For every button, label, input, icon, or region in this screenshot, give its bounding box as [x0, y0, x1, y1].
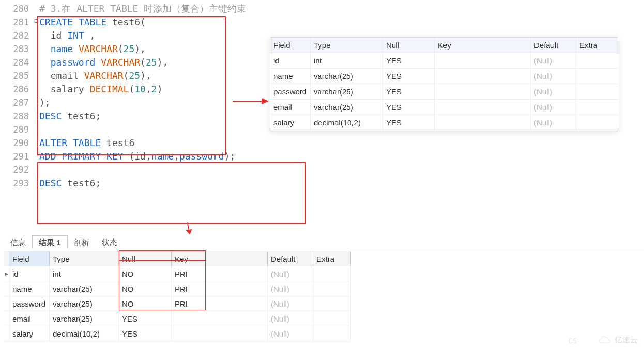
column-header-type[interactable]: Type	[50, 251, 119, 266]
column-header-key[interactable]: Key	[435, 38, 531, 53]
table-row[interactable]: emailvarchar(25)YES(Null)	[4, 311, 351, 326]
table-row[interactable]: emailvarchar(25)YES(Null)	[270, 100, 618, 115]
cell-key[interactable]: PRI	[172, 281, 268, 296]
cell-field[interactable]: salary	[9, 326, 50, 341]
cell-key[interactable]: PRI	[172, 266, 268, 281]
code-line[interactable]: 291 ADD PRIMARY KEY (id,name,password);	[0, 150, 644, 163]
code-line[interactable]: 292	[0, 163, 644, 177]
cell-type[interactable]: varchar(25)	[50, 296, 119, 311]
cell-type[interactable]: varchar(25)	[50, 281, 119, 296]
cell-default[interactable]: (Null)	[531, 84, 576, 99]
table-row[interactable]: salarydecimal(10,2)YES(Null)	[270, 115, 618, 131]
cell-field[interactable]: id	[270, 53, 311, 68]
column-header-default[interactable]: Default	[531, 38, 576, 53]
code-line[interactable]: 281⊟ CREATE TABLE test6(	[0, 15, 644, 29]
cell-null[interactable]: YES	[383, 69, 435, 84]
cell-field[interactable]: id	[9, 266, 50, 281]
cell-field[interactable]: name	[270, 69, 311, 84]
code-line[interactable]: 290 ALTER TABLE test6	[0, 136, 644, 150]
column-header-default[interactable]: Default	[268, 251, 313, 266]
cell-field[interactable]: password	[270, 84, 311, 99]
fold-icon[interactable]: ⊟	[34, 15, 39, 29]
column-header-type[interactable]: Type	[311, 38, 383, 53]
cell-key[interactable]	[435, 100, 531, 115]
table-row[interactable]: salarydecimal(10,2)YES(Null)	[4, 326, 351, 341]
code-line[interactable]: 293 DESC test6;	[0, 177, 644, 190]
cell-extra[interactable]	[313, 281, 351, 296]
cell-extra[interactable]	[313, 266, 351, 281]
cell-null[interactable]: NO	[119, 266, 172, 281]
code-comment: # 3.在 ALTER TABLE 时添加（复合）主键约束	[39, 2, 644, 15]
cell-type[interactable]: varchar(25)	[50, 311, 119, 326]
cell-default[interactable]: (Null)	[531, 69, 576, 84]
column-header-extra[interactable]: Extra	[313, 251, 351, 266]
cell-extra[interactable]	[576, 115, 618, 131]
cell-type[interactable]: varchar(25)	[311, 84, 383, 99]
cell-key[interactable]	[435, 84, 531, 99]
column-header-key[interactable]: Key	[172, 251, 268, 266]
cell-default[interactable]: (Null)	[268, 281, 313, 296]
line-number: 285	[0, 69, 34, 83]
cell-key[interactable]	[172, 311, 268, 326]
cell-type[interactable]: decimal(10,2)	[50, 326, 119, 341]
cell-type[interactable]: decimal(10,2)	[311, 115, 383, 131]
cell-extra[interactable]	[576, 69, 618, 84]
table-row[interactable]: namevarchar(25)NOPRI(Null)	[4, 281, 351, 296]
cell-default[interactable]: (Null)	[268, 266, 313, 281]
cell-null[interactable]: YES	[119, 326, 172, 341]
tab-result1[interactable]: 结果 1	[32, 235, 68, 249]
cell-default[interactable]: (Null)	[531, 53, 576, 68]
column-header-null[interactable]: Null	[383, 38, 435, 53]
cell-default[interactable]: (Null)	[268, 326, 313, 341]
cell-default[interactable]: (Null)	[531, 115, 576, 131]
cell-type[interactable]: varchar(25)	[311, 69, 383, 84]
cell-type[interactable]: int	[50, 266, 119, 281]
cell-field[interactable]: salary	[270, 115, 311, 131]
cell-extra[interactable]	[313, 326, 351, 341]
code-line[interactable]: 280 # 3.在 ALTER TABLE 时添加（复合）主键约束	[0, 2, 644, 15]
cell-key[interactable]	[435, 69, 531, 84]
cell-extra[interactable]	[313, 311, 351, 326]
cell-null[interactable]: NO	[119, 296, 172, 311]
tab-profile[interactable]: 剖析	[68, 236, 96, 249]
cell-null[interactable]: YES	[383, 115, 435, 131]
table-row[interactable]: passwordvarchar(25)NOPRI(Null)	[4, 296, 351, 311]
column-header-null[interactable]: Null	[119, 251, 172, 266]
cell-extra[interactable]	[576, 100, 618, 115]
cell-default[interactable]: (Null)	[268, 311, 313, 326]
cell-default[interactable]: (Null)	[268, 296, 313, 311]
cell-default[interactable]: (Null)	[531, 100, 576, 115]
column-header-field[interactable]: Field	[9, 251, 50, 266]
cell-extra[interactable]	[576, 84, 618, 99]
row-marker: ▸	[4, 266, 9, 281]
line-number: 288	[0, 109, 34, 123]
tab-status[interactable]: 状态	[96, 236, 124, 249]
cell-null[interactable]: NO	[119, 281, 172, 296]
cell-null[interactable]: YES	[383, 84, 435, 99]
table-row[interactable]: passwordvarchar(25)YES(Null)	[270, 84, 618, 100]
table-row[interactable]: namevarchar(25)YES(Null)	[270, 69, 618, 84]
tab-info[interactable]: 信息	[4, 236, 32, 249]
cell-key[interactable]	[435, 53, 531, 68]
cell-extra[interactable]	[313, 296, 351, 311]
table-row[interactable]: ▸idintNOPRI(Null)	[4, 266, 351, 281]
cell-field[interactable]: email	[270, 100, 311, 115]
cell-key[interactable]	[172, 326, 268, 341]
cell-field[interactable]: email	[9, 311, 50, 326]
column-header-extra[interactable]: Extra	[576, 38, 618, 53]
cell-extra[interactable]	[576, 53, 618, 68]
desc-result-table-after: Field Type Null Key Default Extra ▸idint…	[4, 251, 351, 341]
cell-type[interactable]: varchar(25)	[311, 100, 383, 115]
cell-field[interactable]: password	[9, 296, 50, 311]
cell-null[interactable]: YES	[383, 53, 435, 68]
cell-type[interactable]: int	[311, 53, 383, 68]
cell-field[interactable]: name	[9, 281, 50, 296]
cell-null[interactable]: YES	[383, 100, 435, 115]
table-row[interactable]: idintYES(Null)	[270, 53, 618, 69]
line-number: 283	[0, 42, 34, 56]
line-number: 291	[0, 150, 34, 163]
cell-key[interactable]: PRI	[172, 296, 268, 311]
column-header-field[interactable]: Field	[270, 38, 311, 53]
cell-key[interactable]	[435, 115, 531, 131]
cell-null[interactable]: YES	[119, 311, 172, 326]
